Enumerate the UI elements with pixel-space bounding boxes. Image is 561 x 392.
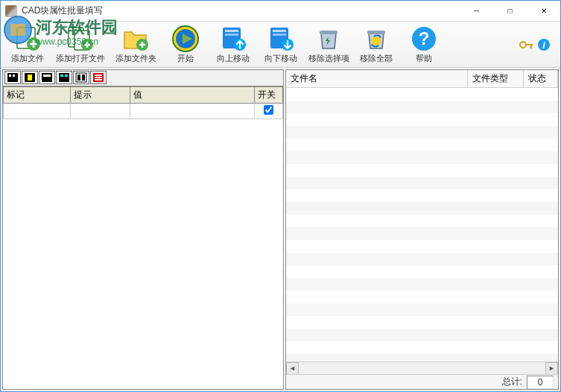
app-icon bbox=[5, 5, 17, 17]
info-icon[interactable]: i bbox=[536, 37, 551, 52]
file-row[interactable] bbox=[286, 215, 558, 227]
svg-rect-27 bbox=[7, 73, 18, 82]
col-mark[interactable]: 标记 bbox=[4, 87, 71, 104]
file-row[interactable] bbox=[286, 291, 558, 303]
file-row[interactable] bbox=[286, 227, 558, 240]
col-hint[interactable]: 提示 bbox=[71, 87, 130, 104]
file-row[interactable] bbox=[286, 139, 558, 151]
svg-rect-29 bbox=[13, 75, 15, 77]
svg-rect-12 bbox=[225, 30, 238, 32]
scroll-left-arrow[interactable]: ◄ bbox=[286, 362, 299, 375]
start-icon bbox=[171, 25, 200, 52]
file-row[interactable] bbox=[286, 316, 558, 329]
svg-rect-34 bbox=[59, 73, 69, 82]
file-list[interactable]: 文件名 文件类型 状态 bbox=[286, 70, 558, 361]
add-file-button[interactable]: 添加文件 bbox=[4, 23, 51, 66]
help-label: 帮助 bbox=[416, 53, 432, 64]
col-value[interactable]: 值 bbox=[130, 87, 255, 104]
file-row[interactable] bbox=[286, 88, 558, 101]
trash-recycle-icon bbox=[314, 25, 343, 52]
mini-btn-1[interactable] bbox=[4, 71, 21, 84]
mini-btn-6[interactable] bbox=[90, 71, 107, 84]
cell-value[interactable] bbox=[130, 104, 255, 119]
file-row[interactable] bbox=[286, 101, 558, 113]
add-open-file-icon bbox=[66, 25, 95, 52]
add-folder-button[interactable]: 添加文件夹 bbox=[110, 23, 162, 66]
cell-switch[interactable] bbox=[255, 104, 283, 119]
start-button[interactable]: 开始 bbox=[162, 23, 209, 66]
help-icon: ? bbox=[409, 25, 439, 52]
total-value: 0 bbox=[527, 376, 554, 389]
titlebar: CAD块属性批量填写 ─ □ ✕ bbox=[1, 1, 560, 22]
remove-all-button[interactable]: 移除全部 bbox=[352, 23, 400, 66]
svg-text:i: i bbox=[542, 39, 545, 51]
svg-rect-31 bbox=[28, 75, 32, 80]
svg-rect-33 bbox=[43, 75, 51, 77]
file-row[interactable] bbox=[286, 189, 558, 202]
svg-rect-43 bbox=[95, 79, 102, 80]
attr-row[interactable] bbox=[4, 104, 283, 119]
file-row[interactable] bbox=[286, 202, 558, 215]
total-label: 总计: bbox=[502, 376, 522, 388]
key-icon[interactable] bbox=[519, 37, 533, 52]
window-title: CAD块属性批量填写 bbox=[22, 4, 460, 17]
scroll-track[interactable] bbox=[299, 362, 545, 374]
cell-hint[interactable] bbox=[71, 104, 130, 119]
file-row[interactable] bbox=[286, 253, 558, 265]
help-button[interactable]: ? 帮助 bbox=[400, 23, 448, 66]
maximize-button[interactable]: □ bbox=[493, 1, 527, 22]
main-toolbar: 添加文件 添加打开文件 添加文件夹 开始 向上移动 向下移动 移 bbox=[1, 22, 560, 68]
svg-point-24 bbox=[520, 42, 526, 48]
cell-mark[interactable] bbox=[4, 104, 71, 119]
move-down-button[interactable]: 向下移动 bbox=[257, 23, 305, 66]
move-up-button[interactable]: 向上移动 bbox=[209, 23, 257, 66]
horizontal-scrollbar[interactable]: ◄ ► bbox=[286, 361, 558, 374]
svg-rect-42 bbox=[95, 77, 102, 78]
add-open-file-button[interactable]: 添加打开文件 bbox=[51, 23, 110, 66]
file-row[interactable] bbox=[286, 113, 558, 126]
remove-all-label: 移除全部 bbox=[360, 53, 393, 64]
attribute-grid[interactable]: 标记 提示 值 开关 bbox=[3, 86, 283, 389]
attribute-pane: 标记 提示 值 开关 bbox=[2, 69, 284, 390]
col-filename[interactable]: 文件名 bbox=[286, 70, 467, 88]
mini-btn-3[interactable] bbox=[39, 71, 55, 84]
svg-rect-17 bbox=[273, 34, 286, 36]
svg-rect-16 bbox=[273, 30, 286, 32]
mini-btn-2[interactable] bbox=[22, 71, 38, 84]
add-file-icon bbox=[13, 25, 42, 52]
file-row[interactable] bbox=[286, 240, 558, 253]
col-status[interactable]: 状态 bbox=[523, 70, 557, 88]
col-filetype[interactable]: 文件类型 bbox=[467, 70, 523, 88]
add-file-label: 添加文件 bbox=[11, 53, 44, 64]
file-row[interactable] bbox=[286, 164, 558, 177]
svg-rect-38 bbox=[77, 75, 80, 80]
window-controls: ─ □ ✕ bbox=[460, 1, 560, 22]
remove-selection-button[interactable]: 移除选择项 bbox=[305, 23, 352, 66]
svg-rect-36 bbox=[65, 75, 68, 77]
col-switch[interactable]: 开关 bbox=[255, 87, 283, 104]
svg-rect-13 bbox=[225, 34, 238, 36]
switch-checkbox[interactable] bbox=[264, 105, 273, 115]
file-row[interactable] bbox=[286, 303, 558, 316]
minimize-button[interactable]: ─ bbox=[460, 1, 493, 22]
status-bar: 总计: 0 bbox=[286, 374, 558, 389]
svg-rect-20 bbox=[367, 31, 385, 34]
file-row[interactable] bbox=[286, 341, 558, 354]
svg-rect-41 bbox=[95, 75, 102, 76]
file-row[interactable] bbox=[286, 278, 558, 291]
svg-rect-35 bbox=[60, 75, 63, 77]
mini-btn-4[interactable] bbox=[56, 71, 72, 84]
move-up-label: 向上移动 bbox=[217, 53, 250, 64]
file-row[interactable] bbox=[286, 126, 558, 139]
file-row[interactable] bbox=[286, 354, 558, 362]
add-folder-label: 添加文件夹 bbox=[115, 53, 156, 64]
scroll-right-arrow[interactable]: ► bbox=[545, 362, 558, 375]
mini-btn-5[interactable] bbox=[73, 71, 89, 84]
file-row[interactable] bbox=[286, 265, 558, 278]
file-row[interactable] bbox=[286, 177, 558, 189]
close-button[interactable]: ✕ bbox=[527, 1, 560, 22]
file-row[interactable] bbox=[286, 151, 558, 164]
move-up-icon bbox=[218, 25, 248, 52]
file-row[interactable] bbox=[286, 329, 558, 341]
add-open-file-label: 添加打开文件 bbox=[56, 53, 105, 64]
